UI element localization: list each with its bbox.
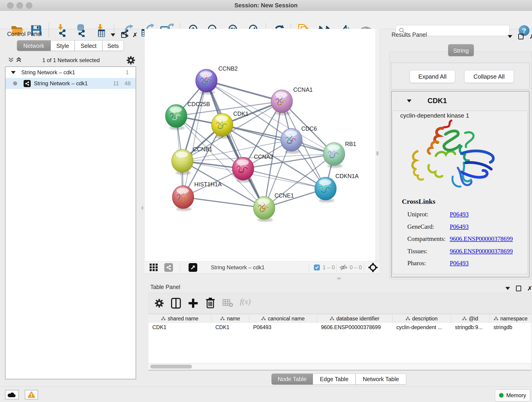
selected-checkbox-icon[interactable] xyxy=(314,264,320,270)
close-panel-icon[interactable]: ✗ xyxy=(133,33,138,37)
network-node-CDC25B[interactable] xyxy=(165,104,187,130)
grid-view-icon[interactable] xyxy=(150,264,158,271)
tab-node-table[interactable]: Node Table xyxy=(272,374,313,385)
current-network-name: String Network – cdk1 xyxy=(211,264,265,271)
network-node-CDKN1A[interactable] xyxy=(315,177,336,202)
birds-eye-view-icon[interactable] xyxy=(368,263,378,272)
table-cell[interactable]: CDK1 xyxy=(148,323,211,332)
collection-count: 1 xyxy=(126,69,129,76)
network-options-gear-icon[interactable] xyxy=(126,56,136,65)
tab-network-table[interactable]: Network Table xyxy=(355,374,406,385)
memory-status-icon xyxy=(499,393,504,398)
network-node-CCNE1[interactable] xyxy=(253,196,275,222)
table-settings-gear-icon[interactable] xyxy=(154,298,164,308)
collection-expand-icon[interactable] xyxy=(11,71,16,74)
panel-menu-icon[interactable] xyxy=(111,33,115,36)
delete-column-trash-icon[interactable] xyxy=(206,297,215,309)
control-panel-title: Control Panel xyxy=(7,31,42,37)
node-label-CCNE1: CCNE1 xyxy=(274,192,294,199)
crosslink-label: Pharos: xyxy=(407,260,426,267)
memory-button[interactable]: Memory xyxy=(495,389,530,401)
network-node-CCNB1[interactable] xyxy=(172,149,193,175)
table-cell[interactable]: P06493 xyxy=(249,323,317,332)
network-edge xyxy=(206,81,282,101)
node-label-CDKN1A: CDKN1A xyxy=(336,173,359,179)
column-header-canonical-name[interactable]: canonical name xyxy=(249,314,317,323)
network-node-CDK1[interactable] xyxy=(211,114,233,139)
network-node-CCNA1[interactable] xyxy=(271,90,293,115)
column-header-description[interactable]: description xyxy=(393,314,451,323)
status-bar: Memory xyxy=(0,386,532,402)
crosslink-link[interactable]: P06493 xyxy=(450,211,469,218)
tab-select[interactable]: Select xyxy=(75,40,102,51)
column-header--id[interactable]: @id xyxy=(451,314,490,323)
node-label-HIST1H1A: HIST1H1A xyxy=(194,181,222,187)
show-columns-icon[interactable] xyxy=(171,298,181,309)
gene-section-header[interactable]: CDK1 xyxy=(392,93,528,109)
add-column-icon[interactable] xyxy=(188,298,198,308)
network-node-CDC6[interactable] xyxy=(281,128,302,153)
table-cell[interactable]: 9606.ENSP00000378699 xyxy=(317,323,393,332)
float-panel-icon[interactable] xyxy=(121,32,127,38)
crosslink-link[interactable]: 9606.ENSP00000378699 xyxy=(450,235,513,242)
left-splitter-handle[interactable] xyxy=(141,206,143,210)
results-buttons-box: Expand All Collapse All xyxy=(391,63,530,89)
column-header-name[interactable]: name xyxy=(211,314,249,323)
table-data-row[interactable]: CDK1CDK1P064939606.ENSP00000378699cyclin… xyxy=(148,323,531,332)
column-header-shared-name[interactable]: shared name xyxy=(148,314,211,323)
table-horizontal-scrollbar[interactable] xyxy=(148,363,531,370)
crosslink-link[interactable]: P06493 xyxy=(450,260,469,267)
gene-expand-icon[interactable] xyxy=(407,99,412,102)
expand-all-button[interactable]: Expand All xyxy=(410,70,455,83)
network-node-CCNB2[interactable] xyxy=(196,69,217,95)
network-collection-row[interactable]: String Network – cdk1 1 xyxy=(6,67,136,78)
expand-all-networks-icon[interactable] xyxy=(16,56,22,63)
tab-string[interactable]: String xyxy=(448,44,474,56)
cloud-button[interactable] xyxy=(5,390,19,400)
float-panel-icon[interactable] xyxy=(516,286,521,291)
detach-view-icon[interactable] xyxy=(189,263,197,272)
table-cell[interactable]: cyclin-dependent ... xyxy=(393,323,451,332)
column-header-database-identifier[interactable]: database identifier xyxy=(317,314,393,323)
panel-menu-icon[interactable] xyxy=(505,287,510,290)
import-network-database-icon[interactable] xyxy=(75,23,89,38)
network-row-selected[interactable]: String Network – cdk1 11 48 xyxy=(6,78,136,89)
table-panel-title: Table Panel xyxy=(150,284,180,290)
collapse-all-networks-icon[interactable] xyxy=(8,56,14,63)
tab-sets[interactable]: Sets xyxy=(102,40,124,51)
import-network-icon[interactable] xyxy=(56,23,71,38)
table-cell[interactable]: CDK1 xyxy=(211,323,249,332)
network-share-view-icon[interactable] xyxy=(164,263,173,272)
collapse-all-button[interactable]: Collapse All xyxy=(464,70,514,83)
tab-edge-table[interactable]: Edge Table xyxy=(313,374,355,385)
tab-style[interactable]: Style xyxy=(51,40,75,51)
network-node-RB1[interactable] xyxy=(323,143,345,168)
import-table-icon[interactable] xyxy=(95,23,110,38)
node-label-CDC6: CDC6 xyxy=(301,125,317,132)
crosslink-link[interactable]: 9606.ENSP00000378699 xyxy=(450,248,513,255)
network-edge xyxy=(206,81,264,208)
table-toolbar: f(x) xyxy=(148,293,531,313)
node-count: 11 xyxy=(113,80,119,87)
column-handle-icon xyxy=(261,317,266,320)
table-cell[interactable]: stringdb:9... xyxy=(451,323,490,332)
main-toolbar: ? xyxy=(0,11,532,29)
crosslink-label: Compartments: xyxy=(407,235,445,242)
question-mark-icon: ? xyxy=(522,27,526,35)
close-panel-icon[interactable]: ✗ xyxy=(530,34,532,39)
network-node-HIST1H1A[interactable] xyxy=(172,186,194,211)
table-cell[interactable]: stringdb xyxy=(490,323,531,332)
float-panel-icon[interactable] xyxy=(518,34,524,39)
network-tree: String Network – cdk1 1 String Network –… xyxy=(5,66,136,379)
tab-network[interactable]: Network xyxy=(17,40,51,51)
crosslink-link[interactable]: P06493 xyxy=(450,223,469,230)
close-panel-icon[interactable]: ✗ xyxy=(527,286,532,291)
scrollbar-thumb[interactable] xyxy=(150,365,192,369)
bottom-splitter-handle[interactable] xyxy=(337,277,341,280)
panel-menu-icon[interactable] xyxy=(508,35,512,38)
network-vertical-scrollbar[interactable] xyxy=(375,29,380,261)
hidden-node-edge-counts: 0 – 0 xyxy=(350,264,362,271)
column-header-namespace[interactable]: namespace xyxy=(490,314,531,323)
scrollbar-thumb[interactable] xyxy=(376,151,379,155)
warning-button[interactable] xyxy=(25,390,38,400)
